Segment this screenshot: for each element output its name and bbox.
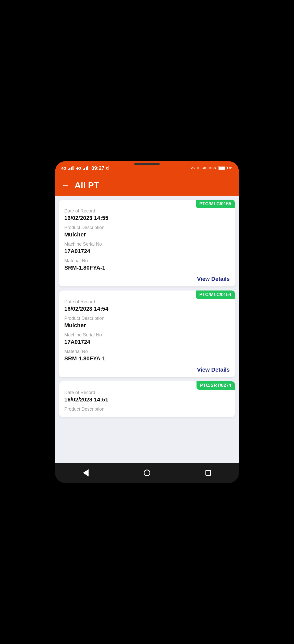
card-1-value-product: Mulcher [64,231,230,238]
status-time: 09:27 [91,165,104,171]
card-2-value-serial: 17A01724 [64,339,230,345]
status-letter: d [106,166,109,171]
card-2-label-serial: Machine Serial No [64,332,230,338]
home-nav-icon [144,470,150,476]
card-3: PTC/SRT/0274 Date of Record 16/02/2023 1… [59,381,235,417]
card-2-label-date: Date of Record [64,299,230,305]
signal-label-2: 4G [76,166,81,170]
card-2-value-product: Mulcher [64,322,230,329]
card-2-label-material: Material No [64,349,230,354]
page-title: All PT [75,180,99,190]
back-nav-icon [83,469,89,476]
card-3-label-date: Date of Record [64,390,230,395]
card-1-value-date: 16/02/2023 14:55 [64,215,230,221]
battery-icon [218,166,227,170]
card-2-badge: PTC/MLC/0154 [196,291,235,299]
speed-label: 48.9 KB/s [203,166,216,170]
card-2-value-material: SRM-1.80FYA-1 [64,355,230,362]
bottom-nav [55,463,239,483]
card-1-label-product: Product Description [64,225,230,230]
card-1: PTC/MLC/0155 Date of Record 16/02/2023 1… [59,200,235,286]
card-2: PTC/MLC/0154 Date of Record 16/02/2023 1… [59,291,235,377]
card-1-badge: PTC/MLC/0155 [196,200,235,208]
card-1-label-date: Date of Record [64,208,230,214]
top-bar: ← All PT [55,175,239,196]
battery-fill [219,167,225,170]
back-icon: ← [61,181,69,190]
content-area: PTC/MLC/0155 Date of Record 16/02/2023 1… [55,196,239,463]
card-3-value-date: 16/02/2023 14:51 [64,396,230,403]
card-1-value-serial: 17A01724 [64,248,230,255]
status-right: VoLTE 48.9 KB/s 91 [191,166,233,170]
recent-nav-icon [205,470,211,476]
network-label: VoLTE [191,166,200,170]
card-1-label-material: Material No [64,258,230,263]
signal-label-1: 4G [61,166,66,170]
card-3-badge: PTC/SRT/0274 [197,381,235,390]
nav-home-button[interactable] [141,466,153,479]
card-1-value-material: SRM-1.80FYA-1 [64,264,230,271]
card-3-label-product: Product Description [64,407,230,412]
card-2-view-details[interactable]: View Details [64,367,230,373]
status-left: 4G 4G 09:27 d [61,165,109,171]
card-1-view-details[interactable]: View Details [64,276,230,282]
signal-bars-1 [68,166,74,170]
card-2-label-product: Product Description [64,316,230,321]
back-button[interactable]: ← [61,181,69,190]
card-1-label-serial: Machine Serial No [64,242,230,247]
card-2-value-date: 16/02/2023 14:54 [64,306,230,312]
battery-percent: 91 [229,166,233,170]
nav-recent-button[interactable] [202,466,215,479]
signal-bars-2 [83,166,88,170]
nav-back-button[interactable] [79,466,92,479]
